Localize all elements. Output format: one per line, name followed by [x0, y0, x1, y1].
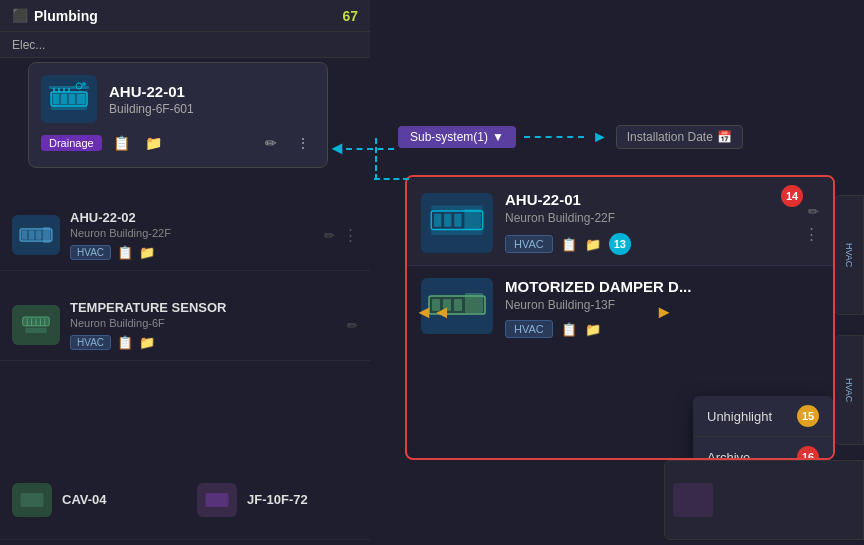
svg-rect-16 [22, 231, 27, 240]
svg-rect-17 [29, 231, 34, 240]
svg-rect-2 [53, 94, 59, 104]
header-bar: Elec... [0, 32, 370, 58]
right-hvac-label-bottom: HVAC [844, 378, 854, 402]
hvac-tag-ahu2202: HVAC [70, 245, 111, 260]
top-card-title: AHU-22-01 [109, 83, 194, 100]
subsystem-bar: Sub-system(1) ▼ ► Installation Date 📅 [398, 125, 743, 149]
popup-title-ahu2201: AHU-22-01 [505, 191, 792, 208]
popup-folder-icon[interactable]: 📁 [585, 237, 601, 252]
pencil-icon[interactable]: ✏ [259, 131, 283, 155]
tempsensor-icon-svg [18, 310, 54, 340]
badge-cyan-13: 13 [609, 233, 631, 255]
dashed-line-h [346, 148, 394, 150]
calendar-icon: 📅 [717, 130, 732, 144]
list-card-title-ahu2202: AHU-22-02 [70, 210, 314, 225]
yellow-arrows-right: ► [655, 302, 673, 323]
copy-icon[interactable]: 📋 [110, 131, 134, 155]
folder-sm-icon[interactable]: 📁 [139, 245, 155, 260]
subsystem-button[interactable]: Sub-system(1) ▼ [398, 126, 516, 148]
left-arrow-icon: ◄ [328, 138, 346, 159]
popup-pencil-icon[interactable]: ✏ [808, 204, 819, 219]
popup-card-ahu2201: AHU-22-01 Neuron Building-22F HVAC 📋 📁 1… [407, 177, 833, 266]
svg-rect-4 [69, 94, 75, 104]
top-card-subtitle: Building-6F-601 [109, 102, 194, 116]
install-date-button[interactable]: Installation Date 📅 [616, 125, 743, 149]
popup-hvac-tag-damper: HVAC [505, 320, 553, 338]
svg-rect-43 [465, 293, 483, 313]
top-card-tag-row: Drainage 📋 📁 ✏ ⋮ [41, 131, 315, 155]
copy-sm-icon[interactable]: 📋 [117, 245, 133, 260]
pencil-sm-icon[interactable]: ✏ [324, 228, 335, 243]
popup-dots-icon[interactable]: ⋮ [804, 225, 819, 243]
svg-rect-10 [49, 86, 89, 89]
list-card-jf: JF-10F-72 [185, 460, 370, 540]
cav04-icon-svg [16, 487, 48, 513]
popup-icon-ahu2201 [421, 193, 493, 253]
list-icon-cav04 [12, 483, 52, 517]
top-popup-header: AHU-22-01 Building-6F-601 [41, 75, 315, 123]
list-card-title-jf: JF-10F-72 [247, 492, 358, 507]
popup-tag-row-ahu2201: HVAC 📋 📁 13 [505, 233, 792, 255]
context-item-unhighlight[interactable]: Unhighlight 15 [693, 396, 833, 437]
right-partial-card-bottom: HVAC [834, 335, 864, 445]
copy-sm-icon2[interactable]: 📋 [117, 335, 133, 350]
svg-rect-18 [36, 231, 41, 240]
svg-rect-35 [464, 209, 481, 229]
popup-card-damper: MOTORIZED DAMPER D... Neuron Building-13… [407, 266, 833, 350]
popup-copy-icon[interactable]: 📋 [561, 237, 577, 252]
list-card-sub-tempsensor: Neuron Building-6F [70, 317, 337, 329]
svg-rect-29 [206, 493, 229, 507]
badge-red-14: 14 [781, 185, 803, 207]
list-card-info-cav04: CAV-04 [62, 492, 173, 507]
list-icon-jf [197, 483, 237, 517]
hvac-tag-tempsensor: HVAC [70, 335, 111, 350]
popup-body-ahu2201: AHU-22-01 Neuron Building-22F HVAC 📋 📁 1… [505, 191, 792, 255]
list-card-title-tempsensor: TEMPERATURE SENSOR [70, 300, 337, 315]
pencil-sm-icon2[interactable]: ✏ [347, 318, 358, 333]
folder-sm-icon2[interactable]: 📁 [139, 335, 155, 350]
folder-icon[interactable]: 📁 [142, 131, 166, 155]
top-card-info: AHU-22-01 Building-6F-601 [109, 83, 194, 116]
popup-copy-icon2[interactable]: 📋 [561, 322, 577, 337]
badge-yellow-15: 15 [797, 405, 819, 427]
chevron-icon: ▼ [492, 130, 504, 144]
right-partial-card-top: HVAC [834, 195, 864, 315]
popup-folder-icon2[interactable]: 📁 [585, 322, 601, 337]
svg-rect-42 [454, 299, 462, 311]
svg-point-12 [82, 82, 86, 86]
svg-rect-36 [431, 229, 483, 235]
list-card-tags-ahu2202: HVAC 📋 📁 [70, 245, 314, 260]
list-card-info-tempsensor: TEMPERATURE SENSOR Neuron Building-6F HV… [70, 300, 337, 350]
yellow-left-arrow: ◄◄ [415, 302, 451, 323]
dots-sm-icon[interactable]: ⋮ [343, 226, 358, 244]
plumbing-label: Plumbing [34, 8, 342, 24]
list-card-tempsensor: TEMPERATURE SENSOR Neuron Building-6F HV… [0, 290, 370, 361]
svg-rect-32 [434, 214, 441, 227]
right-partial-jf [664, 460, 864, 540]
list-card-cav04: CAV-04 [0, 460, 185, 540]
arrow-connector: ◄ [328, 138, 394, 159]
ahu-icon [49, 82, 89, 116]
popup-actions-ahu2201: ✏ ⋮ [804, 204, 819, 243]
threedot-icon[interactable]: ⋮ [291, 131, 315, 155]
list-card-sub-ahu2202: Neuron Building-22F [70, 227, 314, 239]
list-card-info-jf: JF-10F-72 [247, 492, 358, 507]
action-icons-ahu2202: ✏ ⋮ [324, 226, 358, 244]
svg-rect-3 [61, 94, 67, 104]
badge-red-16: 16 [797, 446, 819, 460]
dashed-line-v [375, 138, 377, 180]
svg-rect-33 [444, 214, 451, 227]
drainage-tag: Drainage [41, 135, 102, 151]
svg-rect-34 [454, 214, 461, 227]
context-menu: Unhighlight 15 Archive 16 QRcode 17 [693, 396, 833, 460]
popup-ahu2201-svg [429, 200, 485, 246]
svg-rect-37 [431, 206, 483, 212]
right-jf-icon [673, 483, 713, 517]
right-hvac-label-top: HVAC [844, 243, 854, 267]
unhighlight-label: Unhighlight [707, 409, 772, 424]
list-icon-ahu2202 [12, 215, 60, 255]
context-item-archive[interactable]: Archive 16 [693, 437, 833, 460]
list-card-tags-tempsensor: HVAC 📋 📁 [70, 335, 337, 350]
yellow-right-arrow: ► [655, 302, 673, 323]
svg-rect-22 [25, 328, 46, 333]
